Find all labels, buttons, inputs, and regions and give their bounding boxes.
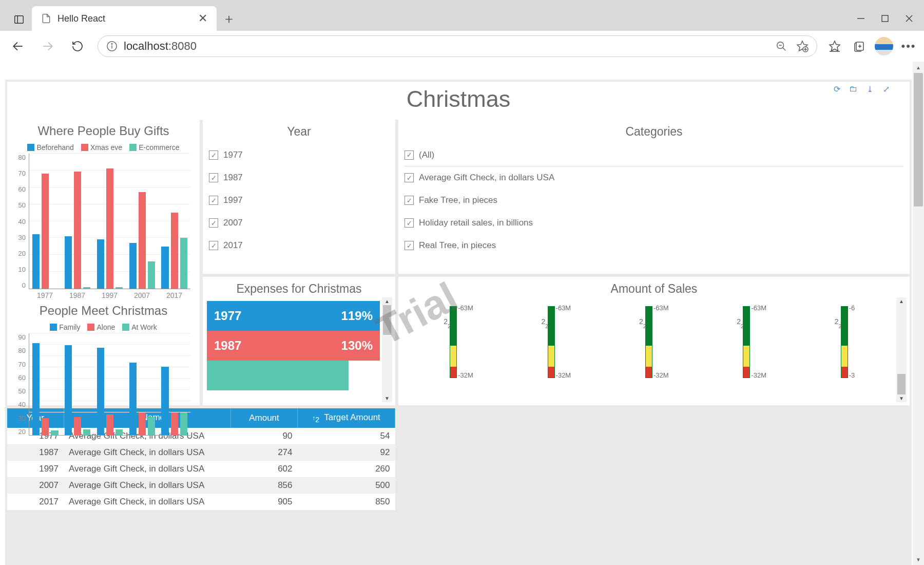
gifts-chart-title: Where People Buy Gifts: [11, 123, 196, 141]
folder-icon[interactable]: 🗀: [848, 84, 858, 94]
bar: [161, 247, 168, 289]
x-tick: 2017: [158, 291, 190, 303]
bullet-top-label: -63M: [653, 304, 669, 312]
bullet-gauge[interactable]: -63M 2 2 -32M: [450, 306, 457, 388]
legend-item[interactable]: At Work: [122, 323, 157, 331]
checkbox-icon: ✓: [209, 196, 218, 205]
sales-panel: Amount of Sales -63M 2 2 -32M-63M 2 2 -3…: [398, 277, 910, 405]
profile-avatar[interactable]: [874, 36, 894, 56]
bar-group[interactable]: [129, 363, 155, 436]
category-filter-item[interactable]: ✓Average Gift Check, in dollars USA: [405, 166, 903, 189]
bullet-top-label: -63M: [556, 304, 571, 312]
bar: [116, 287, 123, 289]
bar-group[interactable]: [65, 345, 90, 435]
bullet-gauge[interactable]: -63M 2 2 -32M: [548, 306, 555, 388]
expand-icon[interactable]: ⤢: [881, 84, 891, 94]
bar: [171, 213, 178, 289]
expenses-scrollbar[interactable]: ▲▼: [382, 297, 392, 402]
cell-target: 850: [298, 494, 395, 510]
sales-scrollbar[interactable]: ▲▼: [896, 297, 907, 402]
expense-row[interactable]: 1977119%: [207, 301, 380, 331]
meet-chart-area[interactable]: 9080706050403020: [27, 333, 190, 449]
category-filter-item[interactable]: ✓Holiday retail sales, in billions: [405, 212, 903, 234]
bar-group[interactable]: [161, 367, 187, 435]
table-row[interactable]: 2007 Average Gift Check, in dollars USA …: [7, 477, 395, 494]
bar: [171, 412, 178, 435]
cell-amount: 602: [231, 461, 298, 477]
favorites-icon[interactable]: [824, 36, 845, 56]
bar-group[interactable]: [32, 174, 58, 289]
bar-group[interactable]: [161, 213, 187, 289]
bullet-gauge[interactable]: -63M 2 2 -32M: [645, 306, 652, 388]
page-scrollbar[interactable]: ▲ ▼: [913, 62, 924, 565]
bullet-gauge[interactable]: -63M 2 2 -32M: [743, 306, 750, 388]
table-row[interactable]: 2017 Average Gift Check, in dollars USA …: [7, 494, 395, 510]
bullet-gauge[interactable]: -6 2 2 -3: [841, 306, 848, 388]
y-tick: 30: [13, 415, 26, 422]
bar-group[interactable]: [32, 343, 58, 435]
reload-button[interactable]: [65, 33, 90, 59]
cell-name: Average Gift Check, in dollars USA: [64, 461, 231, 477]
x-tick: 1977: [29, 291, 61, 303]
checkbox-icon: ✓: [405, 241, 414, 250]
collections-icon[interactable]: [849, 36, 870, 56]
panel-toggle-icon[interactable]: [6, 8, 32, 31]
cell-name: Average Gift Check, in dollars USA: [64, 494, 231, 510]
bullet-bot-label: -32M: [556, 371, 571, 379]
gifts-chart-panel: Where People Buy Gifts BeforehandXmas ev…: [7, 120, 200, 405]
year-label: 1977: [223, 150, 243, 160]
bar-group[interactable]: [129, 192, 155, 289]
bar-group[interactable]: [97, 168, 123, 289]
year-filter-item[interactable]: ✓1987: [209, 166, 389, 189]
year-filter-item[interactable]: ✓2017: [209, 234, 389, 257]
category-filter-all[interactable]: ✓(All): [405, 144, 903, 166]
url-box[interactable]: localhost:8080: [98, 35, 817, 57]
cell-year: 2017: [7, 494, 64, 510]
back-button[interactable]: [5, 33, 31, 59]
expense-row-partial[interactable]: [207, 361, 380, 390]
legend-swatch: [27, 144, 34, 151]
bar: [180, 412, 187, 435]
category-filter-item[interactable]: ✓Fake Tree, in pieces: [405, 189, 903, 212]
x-tick: 2007: [126, 291, 158, 303]
category-label: Holiday retail sales, in billions: [419, 218, 533, 228]
table-header[interactable]: Amount: [231, 408, 298, 428]
browser-tab[interactable]: Hello React ✕: [32, 6, 217, 31]
category-label: Fake Tree, in pieces: [419, 195, 497, 205]
export-icon[interactable]: ⤓: [864, 84, 875, 94]
gifts-chart-area[interactable]: 80706050403020100 19771987199720072017: [27, 154, 190, 303]
sales-title: Amount of Sales: [402, 280, 906, 301]
checkbox-icon: ✓: [209, 218, 218, 228]
year-filter-item[interactable]: ✓2007: [209, 212, 389, 234]
year-filter-item[interactable]: ✓1977: [209, 144, 389, 166]
table-header[interactable]: ↑2 Target Amount: [298, 408, 395, 428]
legend-item[interactable]: Alone: [87, 323, 115, 331]
forward-button[interactable]: [35, 33, 61, 59]
zoom-out-icon[interactable]: [776, 41, 787, 52]
new-tab-button[interactable]: ＋: [217, 6, 241, 31]
bar-group[interactable]: [97, 348, 123, 435]
meet-chart-legend: FamilyAloneAt Work: [11, 321, 196, 333]
table-row[interactable]: 1997 Average Gift Check, in dollars USA …: [7, 461, 395, 477]
tab-title: Hello React: [57, 13, 105, 24]
legend-item[interactable]: E-commerce: [129, 143, 179, 152]
legend-item[interactable]: Xmas eve: [81, 143, 122, 152]
maximize-icon[interactable]: [881, 14, 889, 23]
favorite-add-icon[interactable]: [796, 40, 808, 52]
category-filter-item[interactable]: ✓Real Tree, in pieces: [405, 234, 903, 257]
refresh-icon[interactable]: ⟳: [832, 84, 842, 94]
tab-bar: Hello React ✕ ＋: [0, 0, 924, 31]
legend-item[interactable]: Family: [50, 323, 80, 331]
close-tab-icon[interactable]: ✕: [198, 12, 207, 25]
more-icon[interactable]: •••: [898, 36, 919, 56]
y-tick: 0: [13, 281, 26, 289]
legend-item[interactable]: Beforehand: [27, 143, 73, 152]
info-icon: [106, 41, 118, 52]
minimize-icon[interactable]: [856, 14, 865, 23]
bar: [161, 367, 168, 435]
close-window-icon[interactable]: [904, 14, 914, 23]
expense-row[interactable]: 1987130%: [207, 331, 380, 361]
bullet-sub: 2: [448, 324, 451, 329]
year-filter-item[interactable]: ✓1997: [209, 189, 389, 212]
bar-group[interactable]: [65, 172, 90, 289]
